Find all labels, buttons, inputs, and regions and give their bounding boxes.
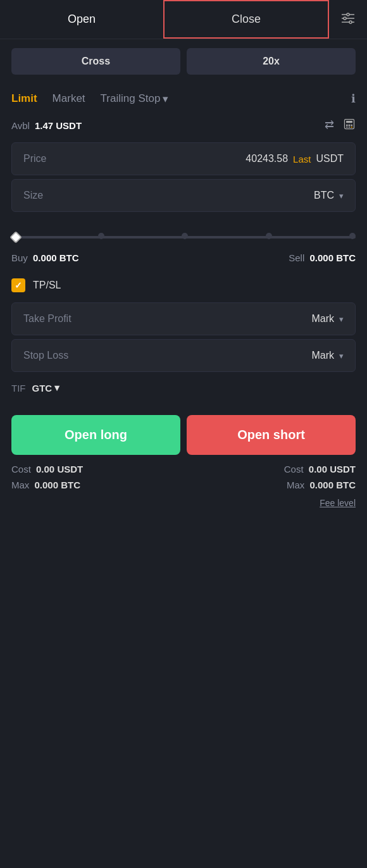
svg-rect-15 <box>349 127 351 128</box>
svg-rect-16 <box>351 127 353 128</box>
size-label: Size <box>23 190 43 201</box>
action-buttons: Open long Open short <box>0 406 367 461</box>
avbl-row: Avbl 1.47 USDT ⇄ <box>0 111 367 139</box>
stop-loss-dropdown-icon[interactable]: ▾ <box>339 351 344 361</box>
long-cost-label: Cost 0.00 USDT <box>11 464 83 474</box>
slider-dot-75[interactable] <box>266 233 272 239</box>
stop-loss-field[interactable]: Stop Loss Mark ▾ <box>11 339 356 372</box>
take-profit-dropdown-icon[interactable]: ▾ <box>339 314 344 324</box>
price-label: Price <box>23 153 46 164</box>
settings-icon[interactable] <box>329 11 367 28</box>
tif-label: TIF <box>11 383 26 394</box>
avbl-label: Avbl <box>11 120 30 131</box>
take-profit-field[interactable]: Take Profit Mark ▾ <box>11 302 356 335</box>
buy-value: 0.000 BTC <box>33 252 79 263</box>
svg-point-0 <box>347 13 349 16</box>
size-currency-dropdown-icon[interactable]: ▾ <box>339 191 344 201</box>
open-long-button[interactable]: Open long <box>11 415 180 455</box>
order-type-trailing-stop[interactable]: Trailing Stop ▾ <box>101 92 169 106</box>
long-max-value: 0.000 BTC <box>35 480 81 490</box>
svg-point-3 <box>344 17 346 20</box>
slider-dot-25[interactable] <box>98 233 104 239</box>
tab-open[interactable]: Open <box>0 1 163 37</box>
short-max-label: Max 0.000 BTC <box>287 480 356 490</box>
price-value: 40243.58 <box>246 153 288 164</box>
open-short-button[interactable]: Open short <box>187 415 356 455</box>
size-field[interactable]: Size BTC ▾ <box>11 179 356 212</box>
svg-rect-12 <box>349 125 351 127</box>
top-tabs-bar: Open Close <box>0 0 367 39</box>
tpsl-checkbox[interactable] <box>11 278 25 292</box>
fee-row: Fee level <box>0 493 367 518</box>
short-max-value: 0.000 BTC <box>309 480 356 490</box>
leverage-button[interactable]: 20x <box>187 48 356 75</box>
tpsl-label: TP/SL <box>33 280 61 291</box>
slider-track[interactable] <box>11 236 356 239</box>
tab-close[interactable]: Close <box>163 0 329 39</box>
sell-label: Sell 0.000 BTC <box>289 252 356 263</box>
tpsl-row: TP/SL <box>0 272 367 299</box>
buy-sell-row: Buy 0.000 BTC Sell 0.000 BTC <box>0 250 367 272</box>
svg-point-6 <box>349 21 352 23</box>
avbl-value: 1.47 USDT <box>35 120 82 131</box>
order-type-market[interactable]: Market <box>53 89 85 109</box>
last-tag: Last <box>293 154 311 164</box>
transfer-icon[interactable]: ⇄ <box>325 118 334 133</box>
svg-rect-11 <box>346 125 348 127</box>
trailing-stop-chevron-icon: ▾ <box>163 92 168 106</box>
short-cost-label: Cost 0.00 USDT <box>284 464 356 474</box>
long-cost-value: 0.00 USDT <box>36 464 83 474</box>
order-type-limit[interactable]: Limit <box>11 89 37 109</box>
max-row: Max 0.000 BTC Max 0.000 BTC <box>0 477 367 493</box>
buy-label: Buy 0.000 BTC <box>11 252 79 263</box>
stop-loss-trigger: Mark <box>311 350 334 361</box>
take-profit-trigger: Mark <box>311 313 334 325</box>
stop-loss-label: Stop Loss <box>23 350 68 361</box>
take-profit-label: Take Profit <box>23 313 72 325</box>
fee-level-link[interactable]: Fee level <box>320 498 356 508</box>
svg-rect-10 <box>346 121 352 123</box>
mode-row: Cross 20x <box>0 39 367 84</box>
tif-dropdown-icon: ▾ <box>54 382 59 394</box>
slider-dot-0[interactable] <box>9 231 22 244</box>
tif-row: TIF GTC ▾ <box>0 376 367 406</box>
slider-dot-100[interactable] <box>349 233 356 239</box>
slider-dot-50[interactable] <box>182 233 188 239</box>
calculator-icon[interactable] <box>343 118 356 133</box>
svg-rect-14 <box>346 127 348 128</box>
size-currency: BTC <box>314 190 334 201</box>
slider-dots <box>11 233 356 242</box>
info-icon[interactable]: ℹ <box>351 92 356 106</box>
svg-rect-13 <box>351 125 353 127</box>
tif-value[interactable]: GTC ▾ <box>32 382 60 394</box>
price-field[interactable]: Price 40243.58 Last USDT <box>11 142 356 175</box>
order-type-row: Limit Market Trailing Stop ▾ ℹ <box>0 84 367 111</box>
price-currency: USDT <box>316 153 344 164</box>
cost-max-row: Cost 0.00 USDT Cost 0.00 USDT <box>0 461 367 477</box>
slider-section <box>0 216 367 250</box>
cross-mode-button[interactable]: Cross <box>11 48 180 75</box>
sell-value: 0.000 BTC <box>309 252 356 263</box>
long-max-label: Max 0.000 BTC <box>11 480 80 490</box>
short-cost-value: 0.00 USDT <box>309 464 356 474</box>
